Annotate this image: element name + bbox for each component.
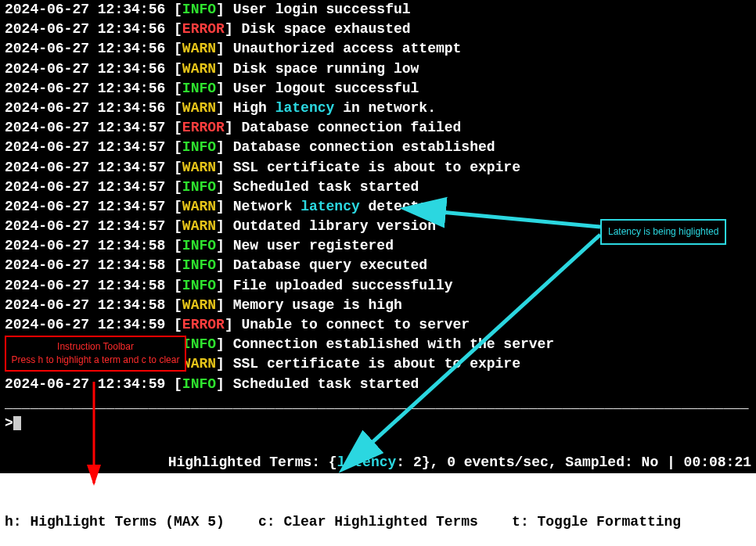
- prompt-symbol: >: [5, 415, 13, 431]
- log-line: 2024-06-27 12:34:57 [WARN] Network laten…: [5, 197, 751, 217]
- help-line-1: h: Highlight Terms (MAX 5) c: Clear High…: [5, 512, 751, 532]
- cursor-icon: [13, 416, 21, 430]
- log-line: 2024-06-27 12:34:58 [WARN] Memory usage …: [5, 296, 751, 315]
- log-line: 2024-06-27 12:34:57 [WARN] SSL certifica…: [5, 158, 751, 178]
- log-line: 2024-06-27 12:34:57 [INFO] Database conn…: [5, 138, 751, 157]
- highlighted-term: latency: [301, 199, 360, 214]
- log-line: 2024-06-27 12:34:56 [WARN] Disk space ru…: [5, 59, 751, 79]
- log-line: 2024-06-27 12:34:59 [INFO] Scheduled tas…: [5, 375, 751, 394]
- help-toolbar: h: Highlight Terms (MAX 5) c: Clear High…: [0, 473, 756, 547]
- log-line: 2024-06-27 12:34:57 [INFO] Scheduled tas…: [5, 178, 751, 197]
- log-line: 2024-06-27 12:34:57 [ERROR] Database con…: [5, 118, 751, 138]
- callout-red-body: Press h to highlight a term and c to cle…: [9, 354, 182, 367]
- log-line: 2024-06-27 12:34:58 [INFO] Database quer…: [5, 256, 751, 275]
- log-line: 2024-06-27 12:34:56 [INFO] User login su…: [5, 0, 751, 20]
- log-line: 2024-06-27 12:34:56 [WARN] High latency …: [5, 99, 751, 118]
- separator-line: ________________________________________…: [0, 394, 756, 414]
- log-line: 2024-06-27 12:34:59 [ERROR] Unable to co…: [5, 315, 751, 335]
- highlighted-term: latency: [275, 100, 335, 116]
- status-bar: Highlighted Terms: {latency: 2}, 0 event…: [0, 433, 756, 472]
- callout-red-title: Instruction Toolbar: [9, 340, 182, 354]
- status-count: : 2}: [396, 454, 430, 470]
- status-rest: , 0 events/sec, Sampled: No | 00:08:21: [430, 454, 751, 470]
- command-prompt[interactable]: >: [0, 414, 756, 433]
- log-line: 2024-06-27 12:34:56 [ERROR] Disk space e…: [5, 20, 751, 39]
- log-line: 2024-06-27 12:34:56 [WARN] Unauthorized …: [5, 39, 751, 59]
- log-line: 2024-06-27 12:34:56 [INFO] User logout s…: [5, 79, 751, 99]
- status-prefix: Highlighted Terms: {: [168, 454, 337, 470]
- callout-cyan-text: Latency is being higlighted: [608, 226, 718, 237]
- status-term: latency: [337, 454, 397, 470]
- callout-latency: Latency is being higlighted: [600, 219, 726, 245]
- callout-instruction: Instruction Toolbar Press h to highlight…: [5, 336, 186, 372]
- log-line: 2024-06-27 12:34:58 [INFO] File uploaded…: [5, 276, 751, 296]
